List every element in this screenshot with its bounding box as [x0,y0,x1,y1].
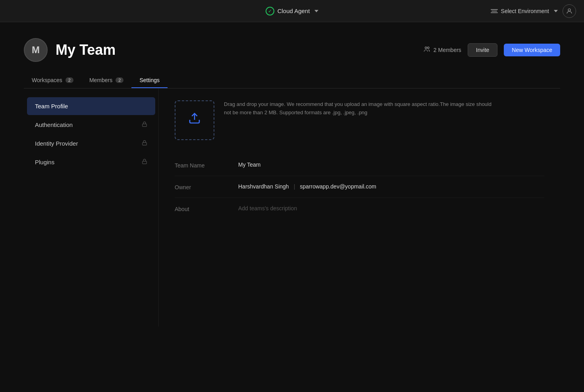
agent-dropdown-arrow [314,10,318,12]
sidebar-item-authentication[interactable]: Authentication [27,116,155,134]
select-env-label: Select Environment [501,8,549,14]
team-actions: 2 Members Invite New Workspace [423,43,560,57]
tab-workspaces-label: Workspaces [32,77,62,83]
upload-description: Drag and drop your image. We recommend t… [224,100,494,117]
team-name-label: Team Name [175,161,230,169]
topnav: ✓ Cloud Agent Select Environment [0,0,584,22]
tab-settings[interactable]: Settings [131,73,168,88]
team-name-value: My Team [238,161,261,168]
main-content: M My Team 2 Members Invite New Workspace [0,22,584,342]
env-dropdown[interactable] [554,10,558,12]
upload-section: Drag and drop your image. We recommend t… [175,100,544,140]
owner-label: Owner [175,183,230,190]
members-count-label: 2 Members [434,47,461,53]
team-name: My Team [56,42,116,58]
sidebar-item-identity-provider-label: Identity Provider [35,140,78,147]
svg-rect-4 [143,142,147,145]
svg-point-1 [425,47,427,49]
topnav-right: Select Environment [491,4,576,18]
topnav-center: ✓ Cloud Agent [266,7,319,15]
identity-provider-lock-icon [142,140,147,147]
about-placeholder[interactable]: Add teams's description [238,205,297,211]
new-workspace-button[interactable]: New Workspace [504,44,560,56]
owner-field-row: Owner Harshvardhan Singh | sparrowapp.de… [175,176,544,198]
team-title: M My Team [24,38,116,62]
layers-icon [491,9,498,13]
team-name-field-row: Team Name My Team [175,154,544,176]
sidebar-item-plugins[interactable]: Plugins [27,153,155,171]
about-label: About [175,205,230,212]
sidebar: Team Profile Authentication Identity Pro… [24,88,159,327]
svg-rect-5 [143,161,147,163]
members-count: 2 Members [423,46,461,54]
sidebar-item-identity-provider[interactable]: Identity Provider [27,135,155,152]
svg-rect-3 [143,124,147,126]
team-avatar: M [24,38,48,62]
content-area: Drag and drop your image. We recommend t… [159,88,560,327]
sidebar-item-authentication-label: Authentication [35,121,73,128]
image-upload-box[interactable] [175,100,214,140]
team-header: M My Team 2 Members Invite New Workspace [24,38,560,62]
svg-point-2 [427,47,429,49]
sidebar-item-team-profile-label: Team Profile [35,103,68,110]
plugins-lock-icon [142,159,147,165]
select-environment-button[interactable]: Select Environment [491,8,558,14]
agent-dropdown[interactable] [314,10,318,12]
user-avatar-button[interactable] [563,4,576,18]
tab-workspaces-badge: 2 [66,77,73,83]
tabs: Workspaces 2 Members 2 Settings [24,73,560,88]
owner-divider: | [294,183,295,190]
owner-name: Harshvardhan Singh [238,183,289,190]
authentication-lock-icon [142,121,147,128]
body-layout: Team Profile Authentication Identity Pro… [24,88,560,327]
sidebar-item-team-profile[interactable]: Team Profile [27,97,155,115]
tab-members-badge: 2 [116,77,123,83]
owner-email: sparrowapp.dev@yopmail.com [300,183,376,190]
svg-point-0 [568,9,571,11]
tab-workspaces[interactable]: Workspaces 2 [24,73,81,88]
cloud-agent-label: Cloud Agent [278,8,310,14]
upload-icon [188,112,201,127]
env-dropdown-arrow [554,10,558,12]
members-icon [423,46,430,54]
sidebar-item-plugins-label: Plugins [35,159,54,165]
invite-button[interactable]: Invite [468,43,497,57]
tab-members-label: Members [89,77,112,83]
tab-settings-label: Settings [139,77,160,83]
about-field-row: About Add teams's description [175,198,544,219]
owner-info: Harshvardhan Singh | sparrowapp.dev@yopm… [238,183,376,190]
cloud-agent-status-icon: ✓ [266,7,274,15]
tab-members[interactable]: Members 2 [81,73,131,88]
